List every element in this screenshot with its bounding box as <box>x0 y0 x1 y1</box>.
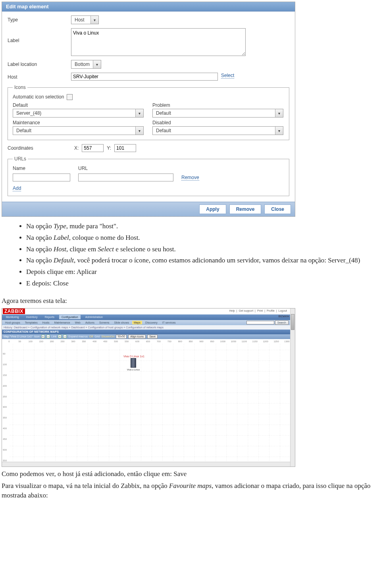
map-host-toplabel: Viva O Linux 1x1 <box>123 355 143 358</box>
nav-inventory[interactable]: Inventory <box>24 315 40 319</box>
svg-text:0: 0 <box>8 340 10 343</box>
nav-reports[interactable]: Reports <box>42 315 57 319</box>
svg-text:900: 900 <box>200 340 204 343</box>
svg-text:350: 350 <box>3 416 7 419</box>
grid-label: Grid <box>94 335 100 338</box>
section-title: CONFIGURATION OF NETWORK MAPS <box>2 330 290 334</box>
url-url-input[interactable] <box>78 174 173 181</box>
list-item: Depois clique em: Aplicar <box>26 267 377 277</box>
svg-rect-0 <box>9 343 290 462</box>
type-label: Type <box>8 15 71 23</box>
close-button[interactable]: Close <box>264 204 291 214</box>
map-host-element[interactable]: Viva O Linux 1x1 Viva o Linux <box>123 355 143 371</box>
icon-remove-button[interactable]: − <box>46 335 50 338</box>
save-button[interactable]: Save <box>147 335 158 339</box>
coord-y-label: Y: <box>107 145 111 151</box>
svg-text:500: 500 <box>114 340 118 343</box>
type-select[interactable]: Host ▾ <box>71 15 99 24</box>
nav2-screens[interactable]: Screens <box>98 321 111 324</box>
nav-configuration[interactable]: Configuration <box>59 315 81 319</box>
dialog-footer: Apply Remove Close <box>2 202 295 216</box>
auto-icon-checkbox[interactable] <box>67 94 73 100</box>
search-input[interactable] <box>246 321 274 324</box>
url-add-link[interactable]: Add <box>13 185 21 191</box>
nav2-hostgroups[interactable]: Host groups <box>4 321 22 324</box>
url-name-input[interactable] <box>13 174 70 181</box>
select-host-link[interactable]: Select <box>221 73 234 79</box>
paragraph: Agora teremos esta tela: <box>2 296 379 306</box>
coord-y-input[interactable] <box>114 144 136 152</box>
list-item: Na opção Host, clique em Select e seleci… <box>26 245 377 254</box>
svg-text:50: 50 <box>19 340 21 343</box>
remove-button[interactable]: Remove <box>229 204 262 214</box>
expand-macros-value[interactable]: Off <box>89 335 93 338</box>
icon-problem-select[interactable]: Default ▾ <box>152 109 283 118</box>
icon-default-label: Default <box>13 102 144 108</box>
map-canvas[interactable]: 0501001502002503003504004505005506006507… <box>2 339 290 462</box>
svg-text:1000: 1000 <box>220 340 226 343</box>
map-host-bottomlabel: Viva o Linux <box>123 368 143 371</box>
svg-text:1100: 1100 <box>242 340 247 343</box>
nav2-web[interactable]: Web <box>73 321 82 324</box>
map-toolbar: Map "Viva O Linux 1x1" Icon + − Link + −… <box>2 334 290 339</box>
server-icon <box>131 358 136 368</box>
link-add-button[interactable]: + <box>58 335 62 338</box>
nav2-actions[interactable]: Actions <box>84 321 96 324</box>
label-textarea[interactable]: Viva o Linux <box>71 28 246 56</box>
nav-monitoring[interactable]: Monitoring <box>4 315 21 319</box>
url-name-header: Name <box>13 166 70 171</box>
icon-disabled-label: Disabled <box>152 120 284 125</box>
map-name-label: Map "Viva O Linux 1x1" <box>4 335 33 338</box>
vertical-scrollbar[interactable] <box>290 308 295 467</box>
icon-add-button[interactable]: + <box>41 335 45 338</box>
dialog-title: Edit map element <box>2 2 295 12</box>
chevron-down-icon: ▾ <box>93 60 101 68</box>
link-remove-button[interactable]: − <box>63 335 67 338</box>
svg-text:550: 550 <box>125 340 129 343</box>
nav2-maps[interactable]: Maps <box>132 321 142 324</box>
apply-button[interactable]: Apply <box>199 204 226 214</box>
print-link[interactable]: Print <box>257 309 263 312</box>
svg-text:100: 100 <box>3 363 7 366</box>
logout-link[interactable]: Logout <box>279 309 287 312</box>
svg-text:500: 500 <box>3 449 7 451</box>
label-location-value: Bottom <box>71 61 93 68</box>
nav2-itservices[interactable]: IT services <box>161 321 177 324</box>
svg-text:50: 50 <box>3 353 6 355</box>
svg-text:400: 400 <box>3 427 7 430</box>
svg-text:450: 450 <box>103 340 108 343</box>
svg-text:450: 450 <box>3 438 7 440</box>
help-link[interactable]: Help <box>229 309 235 312</box>
url-remove-link[interactable]: Remove <box>181 175 199 181</box>
nav2-discovery[interactable]: Discovery <box>144 321 159 324</box>
grid-value[interactable]: Shown/On <box>102 335 115 338</box>
align-icons-button[interactable]: Align icons <box>128 335 146 339</box>
support-link[interactable]: Get support <box>239 309 254 312</box>
svg-text:300: 300 <box>3 406 7 408</box>
edit-map-element-dialog: Edit map element Type Host ▾ Label Viva … <box>2 2 295 217</box>
nav-administration[interactable]: Administration <box>83 315 105 319</box>
nav2-hosts[interactable]: Hosts <box>41 321 51 324</box>
search-button[interactable]: Search <box>275 320 289 325</box>
profile-link[interactable]: Profile <box>267 309 275 312</box>
nav2-slideshows[interactable]: Slide shows <box>113 321 131 324</box>
coord-x-label: X: <box>74 145 79 151</box>
nav2-maintenance[interactable]: Maintenance <box>53 321 72 324</box>
coordinates-label: Coordinates <box>8 145 71 151</box>
host-input[interactable] <box>71 73 218 81</box>
icon-maintenance-select[interactable]: Default ▾ <box>13 126 144 135</box>
horizontal-scrollbar[interactable] <box>2 462 290 467</box>
icon-default-select[interactable]: Server_(48) ▾ <box>13 109 144 118</box>
coord-x-input[interactable] <box>82 144 104 152</box>
icon-disabled-value: Default <box>153 127 174 134</box>
icon-problem-label: Problem <box>152 102 284 108</box>
icons-fieldset: Icons Automatic icon selection Default S… <box>8 85 289 140</box>
dialog-body: Type Host ▾ Label Viva o Linux Label loc… <box>2 12 295 202</box>
label-location-select[interactable]: Bottom ▾ <box>71 60 101 69</box>
urls-fieldset: URLs Name URL Remove Add <box>8 156 289 196</box>
icon-disabled-select[interactable]: Default ▾ <box>152 126 283 135</box>
zabbix-logo: ZABBIX <box>3 308 25 314</box>
svg-text:1150: 1150 <box>252 340 258 343</box>
nav2-templates[interactable]: Templates <box>23 321 39 324</box>
grid-size-select[interactable]: 50x50 <box>116 335 127 339</box>
